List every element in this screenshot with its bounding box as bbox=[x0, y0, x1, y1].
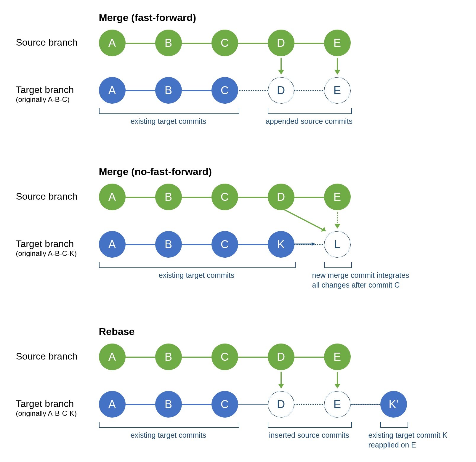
tgt3-a: A bbox=[99, 391, 126, 418]
target-branch-label-3: Target branch (originally A-B-C-K) bbox=[16, 398, 77, 418]
src-node-e: E bbox=[324, 30, 351, 56]
svg-line-0 bbox=[283, 209, 326, 231]
src-node-d: D bbox=[268, 30, 294, 56]
title-rebase: Rebase bbox=[99, 326, 135, 337]
svg-marker-3 bbox=[312, 242, 315, 246]
tgt2-a: A bbox=[99, 231, 126, 258]
bracket-merge-commit-label: new merge commit integrates all changes … bbox=[312, 270, 413, 290]
src2-d: D bbox=[268, 184, 294, 210]
tgt2-l: L bbox=[324, 231, 351, 258]
arrow-k-l bbox=[294, 239, 327, 249]
tgt-node-e-dashed: E bbox=[324, 77, 351, 104]
tgt3-d-dashed: D bbox=[268, 391, 294, 418]
tgt2-b: B bbox=[155, 231, 182, 258]
src2-a: A bbox=[99, 184, 126, 210]
tgt-node-a: A bbox=[99, 77, 126, 104]
tgt-node-b: B bbox=[155, 77, 182, 104]
bracket-existing-3 bbox=[99, 422, 239, 428]
tgt-node-d-dashed: D bbox=[268, 77, 294, 104]
bracket-existing bbox=[99, 108, 239, 114]
bracket-reapplied bbox=[380, 422, 408, 428]
src3-b: B bbox=[155, 344, 182, 370]
source-branch-label: Source branch bbox=[16, 37, 78, 48]
src3-d: D bbox=[268, 344, 294, 370]
tgt3-c: C bbox=[211, 391, 238, 418]
bracket-merge-commit bbox=[324, 262, 352, 268]
target-line-solid-2 bbox=[112, 244, 281, 245]
src-node-c: C bbox=[211, 30, 238, 56]
bracket-existing-3-label: existing target commits bbox=[99, 430, 238, 440]
section-rebase: Rebase Source branch A B C D E Target br… bbox=[16, 326, 460, 462]
bracket-inserted-label: inserted source commits bbox=[259, 430, 360, 440]
source-branch-label-2: Source branch bbox=[16, 191, 78, 202]
bracket-appended bbox=[268, 108, 352, 114]
section-fast-forward: Merge (fast-forward) Source branch A B C… bbox=[16, 12, 460, 136]
bracket-reapplied-label: existing target commit K reapplied on E bbox=[368, 430, 457, 450]
src2-e: E bbox=[324, 184, 351, 210]
target-branch-label-2: Target branch (originally A-B-C-K) bbox=[16, 238, 77, 258]
src2-b: B bbox=[155, 184, 182, 210]
tgt3-b: B bbox=[155, 391, 182, 418]
title-noff: Merge (no-fast-forward) bbox=[99, 166, 212, 177]
tgt-node-c: C bbox=[211, 77, 238, 104]
tgt3-e-dashed: E bbox=[324, 391, 351, 418]
section-no-fast-forward: Merge (no-fast-forward) Source branch A … bbox=[16, 166, 460, 296]
bracket-existing-label: existing target commits bbox=[99, 116, 238, 126]
bracket-inserted bbox=[268, 422, 352, 428]
tgt2-k: K bbox=[268, 231, 294, 258]
title-ff: Merge (fast-forward) bbox=[99, 12, 196, 23]
src-node-b: B bbox=[155, 30, 182, 56]
tgt3-kprime: K' bbox=[380, 391, 407, 418]
src3-c: C bbox=[211, 344, 238, 370]
source-branch-label-3: Source branch bbox=[16, 351, 78, 362]
src2-c: C bbox=[211, 184, 238, 210]
git-merge-rebase-diagram: Merge (fast-forward) Source branch A B C… bbox=[16, 12, 460, 462]
target-branch-label: Target branch (originally A-B-C) bbox=[16, 84, 74, 104]
src3-e: E bbox=[324, 344, 351, 370]
bracket-existing-2 bbox=[99, 262, 296, 268]
bracket-appended-label: appended source commits bbox=[253, 116, 366, 126]
tgt2-c: C bbox=[211, 231, 238, 258]
src3-a: A bbox=[99, 344, 126, 370]
bracket-existing-2-label: existing target commits bbox=[99, 270, 294, 280]
src-node-a: A bbox=[99, 30, 126, 56]
